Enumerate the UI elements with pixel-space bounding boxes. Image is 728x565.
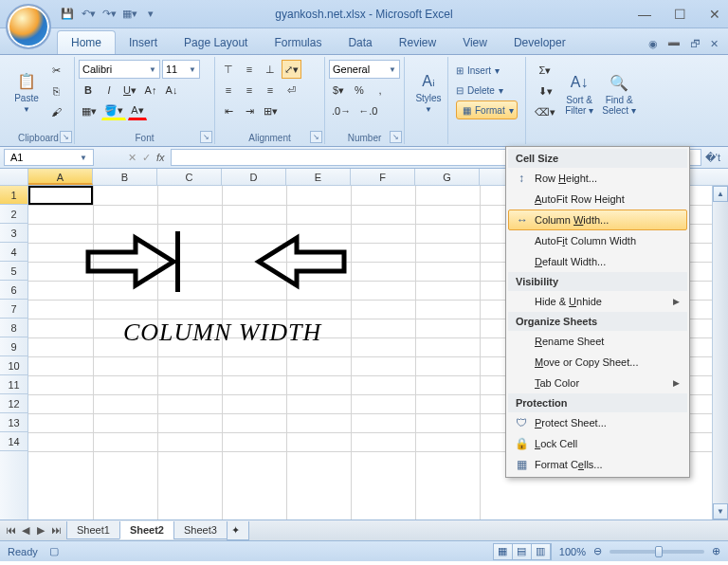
italic-button[interactable]: I: [100, 81, 118, 100]
number-dialog-launcher[interactable]: ↘: [390, 131, 402, 143]
column-header-a[interactable]: A: [28, 169, 93, 185]
fill-button[interactable]: ⬇▾: [532, 82, 558, 100]
format-painter-button[interactable]: 🖌: [46, 102, 65, 121]
zoom-slider[interactable]: [610, 550, 704, 554]
font-color-button[interactable]: A▾: [128, 101, 147, 120]
qat-item-icon[interactable]: ▦▾: [121, 6, 138, 23]
minimize-button[interactable]: —: [638, 7, 651, 22]
menu-hide-unhide[interactable]: Hide & Unhide▶: [508, 291, 687, 312]
qat-more-icon[interactable]: ▾: [142, 6, 159, 23]
comma-button[interactable]: ,: [371, 81, 390, 100]
tab-formulas[interactable]: Formulas: [261, 31, 335, 54]
scroll-up-button[interactable]: ▲: [713, 186, 728, 202]
menu-tab-color[interactable]: Tab Color▶: [508, 373, 687, 393]
clipboard-dialog-launcher[interactable]: ↘: [60, 131, 72, 143]
prev-sheet-button[interactable]: ◀: [19, 524, 32, 537]
fill-color-button[interactable]: 🪣▾: [101, 101, 126, 120]
next-sheet-button[interactable]: ▶: [34, 524, 47, 537]
column-header-e[interactable]: E: [286, 169, 351, 185]
tab-view[interactable]: View: [449, 31, 500, 54]
restore-workbook-icon[interactable]: 🗗: [690, 38, 701, 50]
paste-button[interactable]: 📋 Paste ▼: [7, 59, 46, 125]
active-cell[interactable]: [28, 186, 93, 205]
help-icon[interactable]: ◉: [648, 38, 658, 50]
name-box[interactable]: A1▼: [4, 149, 94, 166]
font-name-combo[interactable]: Calibri▼: [79, 60, 160, 79]
format-button[interactable]: ▦Format ▾: [456, 100, 518, 119]
office-button[interactable]: [6, 4, 51, 49]
redo-icon[interactable]: ↷▾: [100, 6, 118, 23]
menu-rename-sheet[interactable]: Rename Sheet: [508, 331, 687, 352]
sort-filter-button[interactable]: A↓ Sort & Filter ▾: [562, 61, 596, 127]
close-workbook-icon[interactable]: ✕: [710, 38, 719, 50]
select-all-button[interactable]: [0, 169, 28, 185]
expand-formula-bar-icon[interactable]: �'t: [701, 152, 724, 164]
column-header-f[interactable]: F: [351, 169, 415, 185]
menu-autofit-row[interactable]: AutoFit Row Height: [508, 189, 687, 210]
tab-developer[interactable]: Developer: [500, 31, 579, 54]
align-left-button[interactable]: ≡: [219, 81, 238, 100]
maximize-button[interactable]: ☐: [674, 7, 686, 22]
increase-indent-button[interactable]: ⇥: [240, 101, 259, 120]
vertical-scrollbar[interactable]: ▲ ▼: [712, 186, 728, 519]
copy-button[interactable]: ⎘: [46, 82, 65, 100]
row-header[interactable]: 6: [0, 281, 27, 300]
column-header-d[interactable]: D: [222, 169, 286, 185]
percent-button[interactable]: %: [350, 81, 369, 100]
column-header-g[interactable]: G: [415, 169, 480, 185]
clear-button[interactable]: ⌫▾: [532, 102, 558, 121]
menu-lock-cell[interactable]: 🔒Lock Cell: [508, 433, 687, 454]
row-header[interactable]: 8: [0, 319, 27, 337]
row-header[interactable]: 5: [0, 262, 27, 281]
fx-icon[interactable]: fx: [156, 152, 165, 163]
menu-autofit-column[interactable]: AutoFit Column Width: [508, 230, 687, 251]
sheet-tab-2[interactable]: Sheet2: [119, 521, 174, 539]
currency-button[interactable]: $▾: [329, 81, 348, 100]
insert-button[interactable]: ⊞Insert ▾: [456, 61, 518, 80]
row-header[interactable]: 13: [0, 413, 27, 432]
decrease-font-button[interactable]: A↓: [162, 81, 181, 100]
enter-formula-icon[interactable]: ✓: [142, 152, 151, 164]
row-header[interactable]: 7: [0, 300, 27, 319]
zoom-out-button[interactable]: ⊖: [593, 545, 602, 557]
scroll-down-button[interactable]: ▼: [713, 503, 728, 519]
decrease-decimal-button[interactable]: ←.0: [355, 101, 380, 120]
first-sheet-button[interactable]: ⏮: [4, 524, 17, 537]
normal-view-button[interactable]: ▦: [494, 544, 513, 559]
row-header[interactable]: 9: [0, 337, 27, 356]
align-bottom-button[interactable]: ⊥: [261, 60, 280, 79]
macro-record-icon[interactable]: ▢: [49, 545, 59, 557]
row-header[interactable]: 3: [0, 224, 27, 243]
find-select-button[interactable]: 🔍 Find & Select ▾: [600, 61, 638, 127]
align-top-button[interactable]: ⊤: [219, 60, 238, 79]
zoom-level[interactable]: 100%: [559, 546, 586, 557]
increase-decimal-button[interactable]: .0→: [329, 101, 354, 120]
align-right-button[interactable]: ≡: [261, 81, 280, 100]
row-header[interactable]: 2: [0, 205, 27, 224]
row-header-1[interactable]: 1: [0, 186, 27, 205]
row-header[interactable]: 4: [0, 243, 27, 262]
tab-data[interactable]: Data: [335, 31, 385, 54]
underline-button[interactable]: U▾: [120, 81, 139, 100]
wrap-text-button[interactable]: ⏎: [282, 81, 300, 100]
menu-row-height[interactable]: ↕Row Height...: [508, 168, 687, 189]
tab-home[interactable]: Home: [57, 30, 116, 54]
menu-default-width[interactable]: Default Width...: [508, 251, 687, 272]
page-layout-view-button[interactable]: ▤: [513, 544, 532, 559]
sheet-tab-3[interactable]: Sheet3: [173, 521, 228, 539]
bold-button[interactable]: B: [79, 81, 98, 100]
column-header-c[interactable]: C: [157, 169, 222, 185]
styles-button[interactable]: Aᵢ Styles ▼: [409, 59, 448, 125]
autosum-button[interactable]: Σ▾: [532, 61, 558, 80]
column-header-b[interactable]: B: [93, 169, 157, 185]
row-header[interactable]: 10: [0, 356, 27, 375]
sheet-tab-1[interactable]: Sheet1: [66, 521, 120, 539]
menu-format-cells[interactable]: ▦Format Cells...: [508, 454, 687, 475]
align-middle-button[interactable]: ≡: [240, 60, 259, 79]
align-center-button[interactable]: ≡: [240, 81, 259, 100]
tab-review[interactable]: Review: [386, 31, 449, 54]
menu-move-copy[interactable]: Move or Copy Sheet...: [508, 352, 687, 373]
alignment-dialog-launcher[interactable]: ↘: [310, 131, 322, 143]
merge-button[interactable]: ⊞▾: [261, 101, 281, 120]
increase-font-button[interactable]: A↑: [141, 81, 160, 100]
